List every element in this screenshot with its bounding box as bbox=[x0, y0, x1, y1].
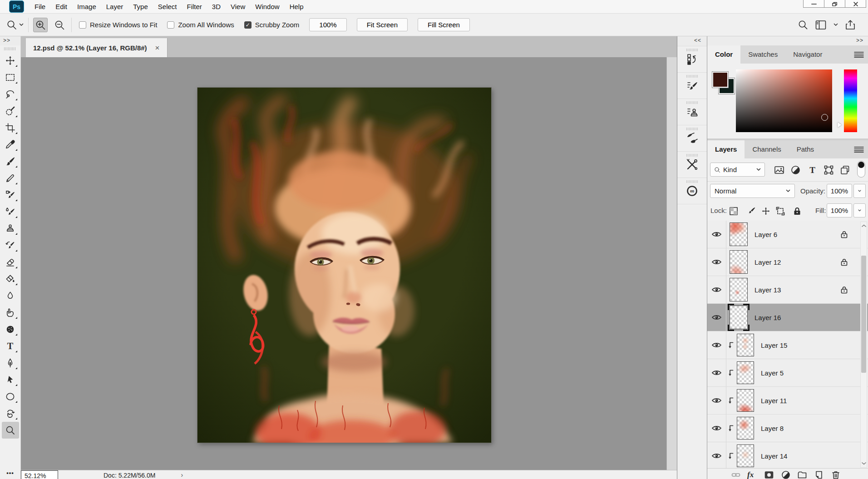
filter-adjustment-layers-icon[interactable] bbox=[791, 165, 800, 175]
new-layer-icon[interactable] bbox=[814, 470, 824, 479]
lasso-tool[interactable] bbox=[2, 86, 19, 103]
status-zoom-field[interactable]: 52.12% bbox=[21, 470, 58, 479]
creative-cloud-panel-button[interactable]: ∞ bbox=[677, 178, 707, 204]
layer-row-clipped[interactable]: Layer 11 bbox=[707, 387, 868, 415]
saturation-brightness-field[interactable] bbox=[736, 69, 832, 132]
visibility-toggle[interactable] bbox=[707, 370, 726, 376]
new-group-icon[interactable] bbox=[798, 470, 807, 479]
panel-menu-icon[interactable] bbox=[854, 146, 864, 153]
layer-row[interactable]: Layer 13 bbox=[707, 276, 868, 304]
layer-thumbnail[interactable] bbox=[730, 278, 748, 301]
share-icon[interactable] bbox=[845, 20, 855, 30]
visibility-toggle[interactable] bbox=[707, 453, 726, 459]
menu-layer[interactable]: Layer bbox=[101, 0, 128, 13]
status-menu-chevron[interactable]: › bbox=[181, 470, 183, 479]
menu-file[interactable]: File bbox=[30, 0, 50, 13]
layer-row-selected[interactable]: Layer 16 bbox=[707, 304, 868, 331]
brush-settings-panel-button[interactable] bbox=[677, 73, 707, 99]
document-tab[interactable]: 12.psd @ 52.1% (Layer 16, RGB/8#) × bbox=[26, 38, 168, 57]
tab-swatches[interactable]: Swatches bbox=[740, 45, 785, 64]
toolbox-collapse[interactable]: >> bbox=[0, 36, 20, 45]
tab-channels[interactable]: Channels bbox=[745, 140, 789, 158]
eyedropper-tool[interactable] bbox=[2, 136, 19, 153]
lock-paint-icon[interactable] bbox=[747, 207, 756, 216]
fit-screen-button[interactable]: Fit Screen bbox=[357, 18, 408, 31]
lock-position-icon[interactable] bbox=[761, 207, 770, 216]
opacity-dropdown-button[interactable] bbox=[853, 184, 866, 198]
menu-select[interactable]: Select bbox=[153, 0, 182, 13]
menu-edit[interactable]: Edit bbox=[50, 0, 72, 13]
pen-tool[interactable] bbox=[2, 355, 19, 371]
filter-type-layers-icon[interactable]: T bbox=[808, 165, 817, 175]
workspace-icon[interactable] bbox=[815, 20, 826, 30]
minimize-button[interactable] bbox=[803, 0, 824, 8]
filter-toggle-switch[interactable] bbox=[857, 161, 865, 178]
layer-thumbnail[interactable] bbox=[730, 222, 748, 246]
selection-brush-tool[interactable] bbox=[2, 103, 19, 119]
layer-row[interactable]: Layer 6 bbox=[707, 221, 868, 248]
tab-navigator[interactable]: Navigator bbox=[785, 45, 830, 64]
menu-image[interactable]: Image bbox=[72, 0, 101, 13]
mixer-brush-tool[interactable] bbox=[2, 203, 19, 220]
tool-presets-panel-button[interactable] bbox=[677, 152, 707, 178]
layer-row-clipped[interactable]: Layer 5 bbox=[707, 359, 868, 387]
color-replacement-brush-tool[interactable] bbox=[2, 187, 19, 203]
edit-toolbar-button[interactable]: ••• bbox=[0, 469, 20, 476]
history-brush-tool[interactable] bbox=[2, 237, 19, 254]
scroll-up-button[interactable] bbox=[861, 222, 867, 229]
rectangular-marquee-tool[interactable] bbox=[2, 69, 19, 86]
scroll-down-button[interactable] bbox=[861, 460, 867, 467]
layer-style-icon[interactable]: fx bbox=[747, 470, 756, 479]
visibility-toggle[interactable] bbox=[707, 231, 726, 237]
menu-help[interactable]: Help bbox=[285, 0, 309, 13]
eraser-tool[interactable] bbox=[2, 254, 19, 271]
adjustment-layer-icon[interactable] bbox=[781, 470, 790, 479]
rotate-view-tool[interactable] bbox=[2, 405, 19, 422]
path-selection-tool[interactable] bbox=[2, 371, 19, 388]
search-icon[interactable] bbox=[798, 20, 808, 30]
history-panel-button[interactable] bbox=[677, 46, 707, 73]
layer-mask-icon[interactable] bbox=[764, 470, 774, 479]
hue-slider[interactable] bbox=[844, 69, 857, 132]
menu-3d[interactable]: 3D bbox=[207, 0, 226, 13]
layer-row-clipped[interactable]: Layer 15 bbox=[707, 331, 868, 359]
paint-bucket-tool[interactable] bbox=[2, 271, 19, 287]
visibility-toggle[interactable] bbox=[707, 397, 726, 404]
canvas-vertical-scrollbar[interactable] bbox=[666, 57, 677, 479]
clone-stamp-tool[interactable] bbox=[2, 220, 19, 237]
filter-shape-layers-icon[interactable] bbox=[824, 165, 833, 175]
sponge-tool[interactable] bbox=[2, 321, 19, 338]
delete-layer-icon[interactable] bbox=[831, 470, 840, 479]
document-canvas[interactable] bbox=[197, 88, 491, 443]
tab-layers[interactable]: Layers bbox=[707, 140, 745, 158]
foreground-color-swatch[interactable] bbox=[712, 72, 728, 88]
layer-thumbnail[interactable] bbox=[737, 417, 754, 439]
opacity-value-field[interactable]: 100% bbox=[827, 184, 852, 198]
layer-row-clipped[interactable]: Layer 14 bbox=[707, 442, 868, 469]
resize-windows-checkbox[interactable]: Resize Windows to Fit bbox=[79, 21, 157, 29]
fill-screen-button[interactable]: Fill Screen bbox=[418, 18, 470, 31]
filter-kind-dropdown[interactable]: Kind bbox=[710, 163, 765, 177]
visibility-toggle[interactable] bbox=[707, 286, 726, 293]
chevron-down-icon[interactable] bbox=[833, 23, 838, 26]
zoom-out-button[interactable] bbox=[52, 18, 67, 32]
scrubby-zoom-checkbox[interactable]: ✓ Scrubby Zoom bbox=[244, 21, 300, 29]
menu-type[interactable]: Type bbox=[128, 0, 153, 13]
zoom-all-windows-checkbox[interactable]: Zoom All Windows bbox=[167, 21, 234, 29]
link-layers-icon[interactable] bbox=[731, 470, 740, 479]
layer-thumbnail[interactable] bbox=[737, 334, 754, 356]
close-button[interactable] bbox=[845, 0, 866, 8]
fill-value-field[interactable]: 100% bbox=[827, 203, 852, 217]
ellipse-tool[interactable] bbox=[2, 388, 19, 405]
layer-list-scrollbar[interactable] bbox=[860, 222, 867, 468]
move-tool[interactable] bbox=[2, 52, 19, 69]
layer-thumbnail[interactable] bbox=[737, 444, 754, 467]
smudge-tool[interactable] bbox=[2, 304, 19, 321]
visibility-toggle[interactable] bbox=[707, 314, 726, 321]
layer-thumbnail[interactable] bbox=[737, 389, 754, 412]
crop-tool[interactable] bbox=[2, 119, 19, 136]
lock-transparency-icon[interactable] bbox=[729, 207, 738, 216]
layer-thumbnail[interactable] bbox=[730, 250, 748, 274]
current-tool-preview[interactable] bbox=[6, 20, 24, 30]
zoom-tool[interactable] bbox=[2, 422, 19, 439]
